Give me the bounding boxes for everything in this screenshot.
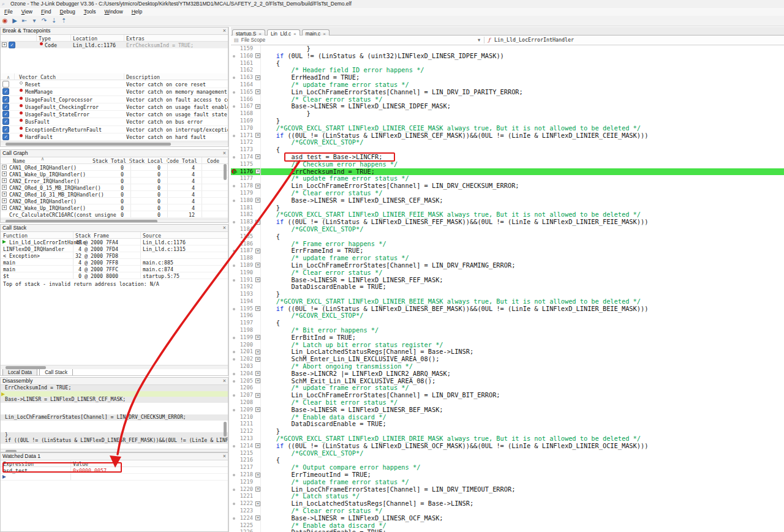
chevron-down-icon[interactable]: ▾: [478, 36, 480, 45]
call-graph-row[interactable]: + CAN2_Error_IRQHandler() 0 0 4: [1, 178, 228, 184]
expand-icon[interactable]: +: [2, 178, 7, 183]
code-line-1194[interactable]: 1194 /*GCOVR_EXCL_START LINFlexD_LINIER_…: [231, 298, 784, 305]
code-line-1189[interactable]: 1189+ Lin_LocChFrameErrorStates[Channel]…: [231, 262, 784, 269]
close-icon[interactable]: ×: [223, 150, 226, 157]
step-into-icon[interactable]: ⇣: [49, 16, 59, 26]
code-line-1172[interactable]: 1172 /*GCOVR_EXCL_STOP*/: [231, 139, 784, 146]
code-line-1209[interactable]: 1209+ Base->LINESR = LINFlexD_LINESR_BEF…: [231, 406, 784, 414]
code-line-1167[interactable]: 1167+ Base->LINESR = LINFlexD_LINESR_IDP…: [231, 103, 784, 110]
fold-icon[interactable]: +: [255, 515, 260, 520]
vector-catch-row[interactable]: Reset Vector catch on core reset: [1, 81, 228, 88]
code-line-1179[interactable]: 1179 /* Clear error status */: [231, 190, 784, 197]
vector-catch-row[interactable]: ✓ UsageFault_StateError Vector catch on …: [1, 111, 228, 118]
menu-debug[interactable]: Debug: [56, 8, 80, 16]
code-line-1185[interactable]: 1185 {: [231, 233, 784, 241]
fold-icon[interactable]: +: [255, 53, 260, 58]
fold-icon[interactable]: +: [255, 220, 260, 225]
call-stack-row[interactable]: main 4 @ 2000 7FF8 main.c:885: [1, 259, 228, 266]
vector-catch-checkbox[interactable]: ✓: [2, 96, 9, 103]
fold-icon[interactable]: +: [255, 75, 260, 80]
close-icon[interactable]: ×: [223, 378, 226, 384]
fold-icon[interactable]: +: [255, 306, 260, 311]
call-graph-row[interactable]: + CAN2_ORed_16_31_MB_IRQHandler() 0 0 4: [1, 191, 228, 198]
disassembly-instruction[interactable]: 000067EC MOV.W R1, #0x1000: [1, 421, 228, 427]
menu-find[interactable]: Find: [37, 8, 56, 16]
disassembly-instruction[interactable]: 000067E6 MOVS R0, #1: [1, 403, 228, 409]
disassembly-instruction[interactable]: 000067E2 STR.W R12, [R5, #4]: [1, 391, 228, 397]
code-line-1184[interactable]: 1184 /*GCOVR_EXCL_STOP*/: [231, 226, 784, 233]
fold-icon[interactable]: +: [255, 443, 260, 448]
vector-catch-row[interactable]: ✓ UsageFault_Coprocessor Vector catch on…: [1, 96, 228, 103]
expand-icon[interactable]: +: [2, 192, 7, 197]
vector-catch-row[interactable]: ✓ UsageFault_CheckingError Vector catch …: [1, 103, 228, 111]
vector-catch-row[interactable]: ✓ HardFault Vector catch on hard fault: [1, 133, 228, 141]
vector-catch-row[interactable]: ✓ BusFault Vector catch on bus error: [1, 118, 228, 126]
code-line-1170[interactable]: 1170 /*GCOVR_EXCL_START LINFlexD_LINIER_…: [231, 125, 784, 132]
code-line-1160[interactable]: 1160+ if (0UL != (LinStatus & (uint32)LI…: [231, 53, 784, 60]
code-line-1192[interactable]: 1192 DataDiscardEnable = TRUE;: [231, 283, 784, 291]
call-stack-row[interactable]: $t 0 @ 2000 8000 startup.S:75: [1, 272, 228, 279]
expand-icon[interactable]: +: [2, 185, 7, 190]
disassembly-instruction[interactable]: 000067F0 STR R1, [R4, #12]: [1, 426, 228, 432]
dock-splitter[interactable]: [228, 27, 229, 532]
close-icon[interactable]: ×: [223, 453, 226, 460]
dock-tab-local-data[interactable]: Local Data: [2, 369, 37, 376]
call-stack-row[interactable]: main 4 @ 2000 7FFC main.c:874: [1, 266, 228, 272]
call-graph-row[interactable]: Crc_CalculateCRC16ARC(const unsigne 0 0 …: [1, 211, 228, 218]
fold-icon[interactable]: +: [255, 487, 260, 492]
watch-row[interactable]: asd_test 0x0000 0057: [1, 467, 228, 474]
disassembly-source-line[interactable]: ErrChecksumInd = TRUE;: [1, 385, 228, 391]
vector-catch-checkbox[interactable]: ✓: [2, 133, 9, 140]
code-line-1226[interactable]: 1226 DataDiscardEnable = TRUE;: [231, 529, 784, 532]
call-graph-row[interactable]: + CAN2_ORed_IRQHandler() 0 0 4: [1, 198, 228, 204]
power-icon[interactable]: ◉: [0, 16, 10, 26]
fold-icon[interactable]: +: [255, 263, 260, 268]
fold-icon[interactable]: +: [255, 393, 260, 398]
step-out-icon[interactable]: ↷: [39, 16, 49, 26]
code-editor[interactable]: 1159 }1160+ if (0UL != (LinStatus & (uin…: [231, 45, 784, 532]
code-line-1196[interactable]: 1196 /*GCOVR_EXCL_STOP*/: [231, 312, 784, 320]
code-line-1214[interactable]: 1214+ if ((0UL != (LinStatus & LINFlexD_…: [231, 443, 784, 450]
call-graph-row[interactable]: + CAN1_ORed_IRQHandler() 0 0 4: [1, 164, 228, 171]
fold-icon[interactable]: +: [255, 407, 260, 412]
fold-icon[interactable]: +: [255, 357, 260, 362]
fold-icon[interactable]: +: [255, 89, 260, 94]
vector-catch-row[interactable]: ✓ MemManage Vector catch on memory manag…: [1, 88, 228, 96]
disassembly-source-line[interactable]: }: [1, 432, 228, 438]
fold-icon[interactable]: +: [255, 371, 260, 376]
fold-icon[interactable]: +: [255, 473, 260, 478]
disassembly-instruction[interactable]: 000067E8 STRB.W R0, [SP, #7]: [1, 408, 228, 414]
call-graph-row[interactable]: + CAN2_Wake_Up_IRQHandler() 0 0 4: [1, 204, 228, 211]
fold-icon[interactable]: +: [255, 501, 260, 506]
fold-icon[interactable]: +: [255, 249, 260, 253]
dock-tab-call-stack[interactable]: Call Stack: [39, 369, 73, 376]
code-line-1175[interactable]: 1175 /* Checksum error happens */: [231, 161, 784, 168]
breakpoint-checkbox[interactable]: ✓: [9, 42, 15, 48]
vertical-scrollbar[interactable]: [224, 422, 227, 436]
call-stack-row[interactable]: < Exception> 32 @ 2000 7FD8: [1, 252, 228, 259]
code-line-1190[interactable]: 1190 /* Clear error status */: [231, 269, 784, 277]
fold-icon[interactable]: +: [255, 133, 260, 138]
code-line-1165[interactable]: 1165+ Lin_LocChFrameErrorStates[Channel]…: [231, 89, 784, 96]
code-line-1204[interactable]: 1204+ Base->LINCR2 |= LINFlexD_LINCR2_AB…: [231, 370, 784, 378]
code-line-1164[interactable]: 1164 /* update frame error status */: [231, 81, 784, 89]
menu-tools[interactable]: Tools: [80, 8, 100, 16]
step-over-icon[interactable]: ⇡: [59, 16, 69, 26]
menu-help[interactable]: Help: [127, 8, 146, 16]
close-icon[interactable]: ×: [223, 225, 226, 231]
vector-catch-checkbox[interactable]: ✓: [2, 118, 9, 125]
fold-icon[interactable]: +: [255, 198, 260, 203]
call-stack-row[interactable]: Lin_Lld_LocErrorIntHandle 48 @ 2000 7FA4…: [1, 239, 228, 245]
fold-icon[interactable]: +: [255, 350, 260, 354]
fold-icon[interactable]: +: [255, 184, 260, 189]
fold-icon[interactable]: +: [255, 378, 260, 383]
fold-icon[interactable]: +: [255, 277, 260, 282]
reset-dropdown-icon[interactable]: ▾: [29, 16, 39, 26]
expand-icon[interactable]: +: [2, 171, 7, 176]
breakpoint-row[interactable]: + ✓ Code Lin_Lld.c:1176 ErrChecksumInd =…: [1, 42, 228, 48]
vector-catch-checkbox[interactable]: ✓: [2, 103, 9, 110]
fold-icon[interactable]: +: [255, 169, 260, 174]
code-line-1169[interactable]: 1169 }: [231, 118, 784, 125]
code-line-1215[interactable]: 1215 /*GCOVR_EXCL_STOP*/: [231, 450, 784, 457]
expand-icon[interactable]: +: [2, 198, 7, 203]
